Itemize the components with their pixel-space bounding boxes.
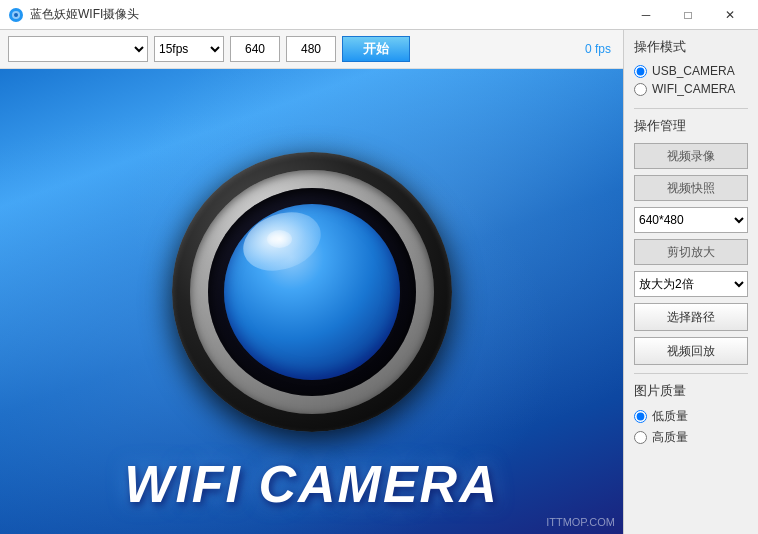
quality-label: 图片质量 bbox=[634, 382, 748, 400]
title-bar-controls: ─ □ ✕ bbox=[626, 1, 750, 29]
device-select[interactable] bbox=[8, 36, 148, 62]
main-content: 5fps 10fps 15fps 20fps 25fps 30fps 开始 0 … bbox=[0, 30, 758, 534]
toolbar: 5fps 10fps 15fps 20fps 25fps 30fps 开始 0 … bbox=[0, 30, 623, 69]
minimize-button[interactable]: ─ bbox=[626, 1, 666, 29]
svg-point-2 bbox=[14, 13, 18, 17]
title-bar: 蓝色妖姬WIFI摄像头 ─ □ ✕ bbox=[0, 0, 758, 30]
high-quality-radio[interactable] bbox=[634, 431, 647, 444]
video-snapshot-button[interactable]: 视频快照 bbox=[634, 175, 748, 201]
low-quality-label: 低质量 bbox=[652, 408, 688, 425]
divider-1 bbox=[634, 108, 748, 109]
window-title: 蓝色妖姬WIFI摄像头 bbox=[30, 6, 139, 23]
wifi-camera-text: WIFI CAMERA bbox=[0, 454, 623, 514]
video-record-button[interactable]: 视频录像 bbox=[634, 143, 748, 169]
select-path-button[interactable]: 选择路径 bbox=[634, 303, 748, 331]
usb-camera-radio[interactable] bbox=[634, 65, 647, 78]
high-quality-option[interactable]: 高质量 bbox=[634, 429, 748, 446]
fps-select[interactable]: 5fps 10fps 15fps 20fps 25fps 30fps bbox=[154, 36, 224, 62]
wifi-camera-radio[interactable] bbox=[634, 83, 647, 96]
low-quality-radio[interactable] bbox=[634, 410, 647, 423]
mode-label: 操作模式 bbox=[634, 38, 748, 56]
title-bar-left: 蓝色妖姬WIFI摄像头 bbox=[8, 6, 139, 23]
app-icon bbox=[8, 7, 24, 23]
mgmt-label: 操作管理 bbox=[634, 117, 748, 135]
camera-panel: 5fps 10fps 15fps 20fps 25fps 30fps 开始 0 … bbox=[0, 30, 623, 534]
fps-display: 0 fps bbox=[585, 42, 611, 56]
crop-zoom-button[interactable]: 剪切放大 bbox=[634, 239, 748, 265]
lens bbox=[172, 152, 452, 432]
usb-camera-label: USB_CAMERA bbox=[652, 64, 735, 78]
lens-dot bbox=[267, 230, 292, 248]
start-button[interactable]: 开始 bbox=[342, 36, 410, 62]
camera-mode-group: USB_CAMERA WIFI_CAMERA bbox=[634, 64, 748, 96]
resolution-select[interactable]: 320*240 640*480 1280*720 1920*1080 bbox=[634, 207, 748, 233]
wifi-camera-label: WIFI_CAMERA bbox=[652, 82, 735, 96]
usb-camera-option[interactable]: USB_CAMERA bbox=[634, 64, 748, 78]
camera-view: WIFI CAMERA ITTMOP.COM bbox=[0, 69, 623, 534]
wifi-camera-option[interactable]: WIFI_CAMERA bbox=[634, 82, 748, 96]
divider-2 bbox=[634, 373, 748, 374]
right-panel: 操作模式 USB_CAMERA WIFI_CAMERA 操作管理 视频录像 视频… bbox=[623, 30, 758, 534]
quality-group: 低质量 高质量 bbox=[634, 408, 748, 446]
video-playback-button[interactable]: 视频回放 bbox=[634, 337, 748, 365]
watermark: ITTMOP.COM bbox=[546, 516, 615, 528]
close-button[interactable]: ✕ bbox=[710, 1, 750, 29]
height-input[interactable] bbox=[286, 36, 336, 62]
width-input[interactable] bbox=[230, 36, 280, 62]
low-quality-option[interactable]: 低质量 bbox=[634, 408, 748, 425]
zoom-select[interactable]: 放大为2倍 放大为3倍 放大为4倍 bbox=[634, 271, 748, 297]
maximize-button[interactable]: □ bbox=[668, 1, 708, 29]
high-quality-label: 高质量 bbox=[652, 429, 688, 446]
